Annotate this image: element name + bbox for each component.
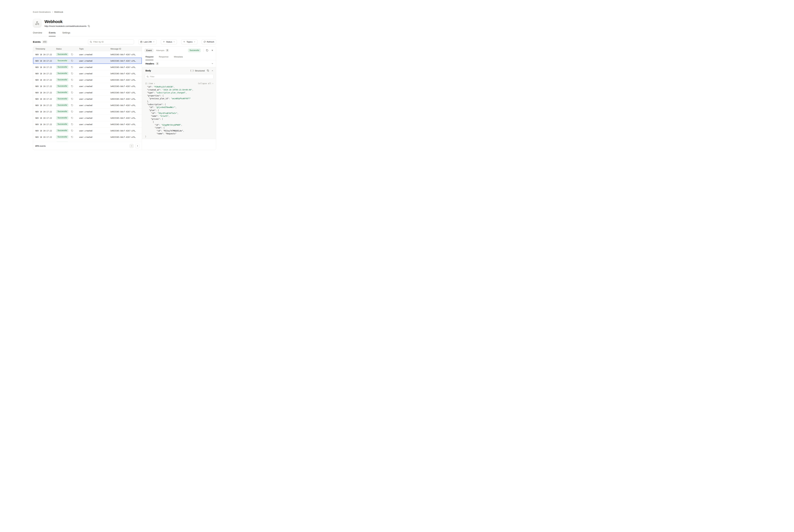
table-row[interactable]: NOV 18 10:17:22 Successful user.created … (33, 83, 142, 89)
row-topic: user.created (79, 60, 92, 62)
events-toolbar: Events 472 Last 24h (33, 39, 216, 44)
table-row[interactable]: NOV 18 10:17:22 Successful user.created … (33, 51, 142, 58)
row-message-id: b4925365-b8cf-42b7-a76… (111, 136, 136, 138)
table-rows: NOV 18 10:17:22 Successful user.created … (33, 51, 142, 142)
column-topic: Topic (79, 48, 111, 50)
retry-icon[interactable] (71, 79, 73, 81)
row-timestamp: NOV 18 10:17:22 (35, 85, 52, 88)
row-topic: user.created (79, 124, 92, 126)
tab-settings[interactable]: Settings (62, 32, 70, 36)
attempts-label: Attempts (156, 49, 165, 52)
page-title: Webhook (44, 19, 90, 24)
row-message-id: b4925365-b8cf-42b7-a76… (111, 104, 136, 107)
headers-section[interactable]: Headers 3 (142, 60, 216, 67)
chevron-down-icon (194, 41, 195, 43)
filter-icon (163, 41, 165, 43)
table-row[interactable]: NOV 18 10:17:22 Successful user.created … (33, 140, 142, 142)
retry-icon[interactable] (71, 72, 73, 75)
table-row[interactable]: NOV 18 10:17:22 Successful user.created … (33, 64, 142, 70)
panel-subtabs: Request Response Metadata (142, 54, 216, 60)
retry-icon[interactable] (71, 53, 73, 56)
table-row[interactable]: NOV 18 10:17:22 Successful user.created … (33, 115, 142, 121)
row-topic: user.created (79, 92, 92, 94)
row-timestamp: NOV 18 10:17:22 (35, 104, 52, 107)
retry-icon[interactable] (71, 123, 73, 126)
table-footer: 472 events (33, 142, 142, 150)
panel-tab-event[interactable]: Event (145, 49, 154, 52)
chevron-up-icon[interactable] (211, 70, 213, 72)
next-page-button[interactable] (135, 144, 139, 148)
row-topic: user.created (79, 54, 92, 56)
row-message-id: b4925365-b8cf-42b7-a76… (111, 124, 136, 126)
previous-page-button[interactable] (129, 144, 134, 148)
close-icon[interactable] (211, 49, 213, 52)
subtab-request[interactable]: Request (146, 54, 153, 60)
table-row[interactable]: NOV 18 10:17:22 Successful user.created … (33, 77, 142, 83)
subtab-response[interactable]: Response (159, 54, 169, 60)
filter-by-id-input-wrap (88, 39, 134, 44)
json-item-count[interactable]: {1 item ↑ (145, 82, 155, 85)
tab-overview[interactable]: Overview (33, 32, 42, 36)
row-timestamp: NOV 18 10:17:22 (35, 136, 52, 138)
event-status-badge: Successful (188, 49, 201, 52)
row-message-id: b4925365-b8cf-42b7-a76… (111, 60, 136, 62)
headers-label: Headers (146, 62, 154, 65)
retry-icon[interactable] (71, 98, 73, 100)
body-filter-input[interactable] (150, 75, 212, 78)
column-message-id: Message ID (111, 48, 142, 50)
retry-icon[interactable] (71, 111, 73, 113)
retry-icon[interactable] (71, 130, 73, 132)
breadcrumb-event-destinations[interactable]: Event Destinations (33, 11, 51, 13)
row-timestamp: NOV 18 10:17:22 (35, 124, 52, 126)
breadcrumb: Event Destinations / Webhook (33, 0, 216, 13)
row-topic: user.created (79, 79, 92, 81)
retry-icon[interactable] (71, 92, 73, 94)
table-row[interactable]: NOV 18 10:17:22 Successful user.created … (33, 121, 142, 128)
row-message-id: b4925365-b8cf-42b7-a76… (111, 79, 136, 81)
column-timestamp: Timestamp (33, 48, 56, 50)
status-filter-button[interactable]: Status (161, 39, 177, 44)
retry-icon[interactable] (71, 117, 73, 119)
structured-view-toggle[interactable]: { } Structured (190, 70, 205, 72)
table-row[interactable]: NOV 18 10:17:22 Successful user.created … (33, 89, 142, 96)
table-row[interactable]: NOV 18 10:17:22 Successful user.created … (33, 109, 142, 115)
chevron-down-icon[interactable] (211, 62, 213, 64)
json-line: "subscription":{ (145, 103, 213, 106)
row-timestamp: NOV 18 10:17:22 (35, 117, 52, 119)
tab-events[interactable]: Events (49, 32, 56, 36)
table-row[interactable]: NOV 18 10:17:22 Successful user.created … (33, 70, 142, 77)
row-timestamp: NOV 18 10:17:22 (35, 66, 52, 69)
retry-icon[interactable] (71, 85, 73, 87)
topics-filter-button[interactable]: Topics (181, 39, 197, 44)
table-row[interactable]: NOV 18 10:17:22 Successful user.created … (33, 96, 142, 102)
table-row[interactable]: NOV 18 10:17:22 Successful user.created … (33, 128, 142, 134)
json-line: "id":"QJgg9WrS4vyQPNdR", (145, 124, 213, 126)
panel-tab-attempts[interactable]: Attempts 3 (156, 49, 169, 52)
retry-icon[interactable] (71, 104, 73, 107)
total-events-count: 472 events (35, 145, 46, 147)
filter-by-id-input[interactable] (93, 41, 132, 43)
copy-body-icon[interactable] (207, 70, 209, 72)
json-line: "id":"MJ2oy747MNQXELAo", (145, 129, 213, 132)
body-filter-wrap (145, 74, 213, 79)
time-range-button[interactable]: Last 24h (138, 39, 156, 44)
json-lines: "id":"P2NoRtyZoTc46X3B","created_at":"20… (145, 86, 213, 138)
json-line: "name":"Requests" (145, 132, 213, 135)
row-timestamp: NOV 18 10:17:22 (35, 54, 52, 56)
events-card: Timestamp Status Topic Message ID NOV 18… (33, 46, 216, 150)
subtab-metadata[interactable]: Metadata (174, 54, 183, 60)
retry-event-icon[interactable] (206, 49, 208, 52)
table-row[interactable]: NOV 18 10:17:22 Successful user.created … (33, 134, 142, 140)
refresh-button[interactable]: Refresh (202, 39, 216, 44)
copy-url-icon[interactable] (88, 25, 90, 27)
table-row[interactable]: NOV 18 10:17:22 Successful user.created … (33, 102, 142, 109)
status-badge: Successful (56, 103, 69, 107)
retry-icon[interactable] (71, 136, 73, 138)
retry-icon[interactable] (71, 66, 73, 68)
row-timestamp: NOV 18 10:17:22 (35, 98, 52, 100)
collapse-all-button[interactable]: Collapse all ↑ (198, 82, 213, 85)
row-topic: user.created (79, 130, 92, 132)
table-row[interactable]: NOV 18 10:17:22 Successful user.created … (33, 58, 142, 64)
json-line: }, (145, 100, 213, 103)
retry-icon[interactable] (71, 60, 73, 62)
